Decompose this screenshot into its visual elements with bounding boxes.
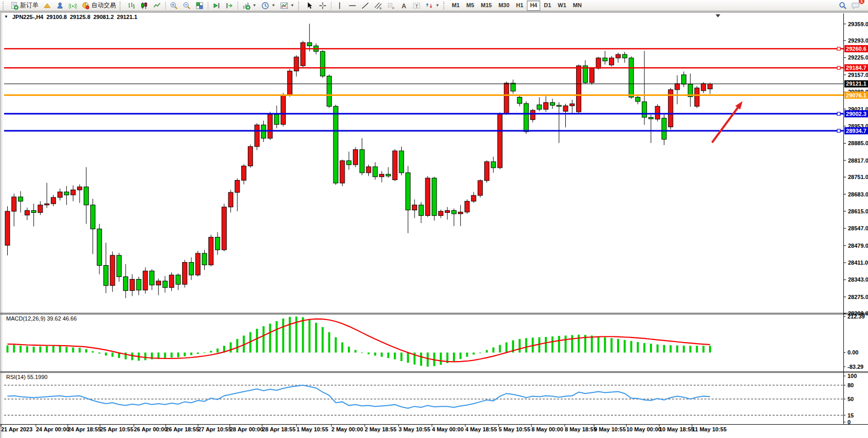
cursor-button[interactable] (304, 0, 316, 11)
new-order-label: 新订单 (20, 1, 38, 10)
svg-text:28 Apr 18:55: 28 Apr 18:55 (262, 426, 295, 432)
timeframe-button-m5[interactable]: M5 (463, 1, 477, 11)
periods-icon (261, 2, 269, 10)
metaeditor-icon (43, 2, 51, 10)
zoom-in-button[interactable] (168, 0, 180, 11)
macd-indicator-label: MACD(12,26,9) 39.62 46.66 (6, 315, 77, 322)
svg-text:29293.0: 29293.0 (848, 37, 868, 44)
bars-chart-icon (127, 2, 135, 10)
tile-windows-button[interactable] (193, 0, 206, 11)
indicators-icon (242, 2, 250, 10)
autoscroll-button[interactable] (210, 0, 223, 11)
svg-text:4 May 00:00: 4 May 00:00 (432, 426, 464, 432)
autoscroll-icon (212, 2, 221, 10)
new-order-button[interactable]: 新订单 (8, 0, 41, 11)
cursor-icon (306, 2, 314, 10)
svg-text:28751.0: 28751.0 (848, 174, 868, 180)
svg-text:26 Apr 00:00: 26 Apr 00:00 (134, 426, 167, 432)
svg-text:8 May 18:55: 8 May 18:55 (565, 426, 597, 432)
periods-button[interactable]: ▼ (259, 0, 278, 11)
trendline-button[interactable] (359, 0, 371, 11)
svg-text:4 May 18:55: 4 May 18:55 (465, 426, 497, 432)
trendline-icon (361, 2, 369, 10)
crosshair-button[interactable] (317, 0, 329, 11)
svg-text:29157.0: 29157.0 (848, 72, 868, 78)
svg-text:0: 0 (847, 419, 851, 425)
timeframe-button-h1[interactable]: H1 (513, 1, 526, 11)
chart-shift-button[interactable] (223, 0, 235, 11)
toolbar-separator (208, 2, 208, 10)
fibonacci-button[interactable]: F (385, 0, 397, 11)
svg-text:-83.29: -83.29 (847, 364, 863, 370)
high-value: 29125.8 (70, 14, 90, 20)
signals-icon (69, 2, 77, 10)
label-button[interactable]: T (410, 0, 423, 11)
search-button[interactable] (837, 0, 849, 11)
svg-text:2 May 00:00: 2 May 00:00 (331, 426, 363, 432)
timeframe-button-h4[interactable]: H4 (527, 1, 540, 11)
channel-button[interactable]: E (372, 0, 384, 11)
toolbar-grip[interactable] (120, 2, 123, 10)
bars-chart-button[interactable] (125, 0, 137, 11)
svg-text:29002.3: 29002.3 (846, 111, 866, 117)
svg-text:5 May 10:55: 5 May 10:55 (499, 426, 530, 432)
chevron-down-icon[interactable]: ▼ (436, 4, 440, 8)
chart-quote-header[interactable]: ▼ JPN225-,H4 29100.8 29125.8 29081.2 291… (4, 14, 137, 20)
chevron-down-icon[interactable]: ▼ (252, 4, 257, 8)
svg-text:29076.1: 29076.1 (846, 92, 866, 98)
horizontal-line-button[interactable] (346, 0, 359, 11)
text-icon: A (400, 2, 408, 10)
svg-text:29359.0: 29359.0 (848, 21, 868, 27)
svg-text:25 Apr 10:55: 25 Apr 10:55 (100, 426, 133, 432)
chevron-down-icon[interactable]: ▼ (290, 4, 294, 8)
collapse-triangle-icon[interactable]: ▼ (4, 15, 8, 19)
timeframe-button-mn[interactable]: MN (570, 1, 585, 11)
svg-text:8 May 00:00: 8 May 00:00 (531, 426, 563, 432)
toolbar-separator (165, 2, 166, 10)
timeframe-button-d1[interactable]: D1 (541, 1, 554, 11)
vertical-line-icon (336, 2, 344, 10)
line-chart-button[interactable] (151, 0, 163, 11)
svg-text:0.00: 0.00 (847, 349, 858, 355)
signals-button[interactable] (67, 0, 79, 11)
svg-text:21 Apr 2023: 21 Apr 2023 (1, 426, 32, 432)
svg-text:28934.7: 28934.7 (846, 128, 866, 134)
svg-text:212.39: 212.39 (847, 313, 865, 320)
vertical-line-button[interactable] (333, 0, 346, 11)
chart-canvas[interactable]: 29359.029293.029225.029157.029089.029021… (0, 0, 868, 438)
candles-chart-icon (140, 2, 148, 10)
svg-text:11 May 10:55: 11 May 10:55 (692, 426, 726, 432)
line-chart-icon (153, 2, 161, 10)
zoom-out-icon (183, 2, 191, 10)
open-value: 29100.8 (46, 14, 67, 20)
svg-text:80: 80 (847, 382, 854, 388)
text-button[interactable]: A (398, 0, 410, 11)
svg-text:28411.0: 28411.0 (848, 260, 868, 266)
timeframe-button-m15[interactable]: M15 (478, 1, 495, 11)
tile-windows-icon (195, 2, 204, 10)
styler-button[interactable] (54, 0, 66, 11)
toolbar-grip[interactable] (3, 2, 6, 10)
autotrading-label: 自动交易 (91, 1, 116, 10)
indicators-button[interactable]: ▼ (240, 0, 259, 11)
timeframe-button-m30[interactable]: M30 (496, 1, 512, 11)
timeframe-button-w1[interactable]: W1 (555, 1, 569, 11)
metaeditor-button[interactable] (41, 0, 53, 11)
shift-marker-icon (716, 14, 720, 17)
svg-text:F: F (392, 6, 394, 9)
svg-text:15: 15 (847, 412, 854, 419)
svg-text:26 Apr 18:55: 26 Apr 18:55 (166, 426, 199, 432)
chat-button[interactable]: 1 (850, 0, 862, 11)
arrows-button[interactable]: ▼ (423, 0, 442, 11)
chevron-down-icon[interactable]: ▼ (271, 4, 275, 8)
timeframe-button-m1[interactable]: M1 (449, 1, 463, 11)
autotrading-button[interactable]: 自动交易 (80, 0, 118, 11)
templates-button[interactable]: ▼ (278, 0, 297, 11)
toolbar-separator (238, 2, 238, 10)
candles-chart-button[interactable] (138, 0, 150, 11)
toolbar-grip[interactable] (443, 2, 446, 10)
low-value: 29081.2 (93, 14, 114, 20)
zoom-out-button[interactable] (181, 0, 193, 11)
svg-text:10 May 18:55: 10 May 18:55 (659, 426, 694, 432)
toolbar-grip[interactable] (298, 2, 301, 10)
